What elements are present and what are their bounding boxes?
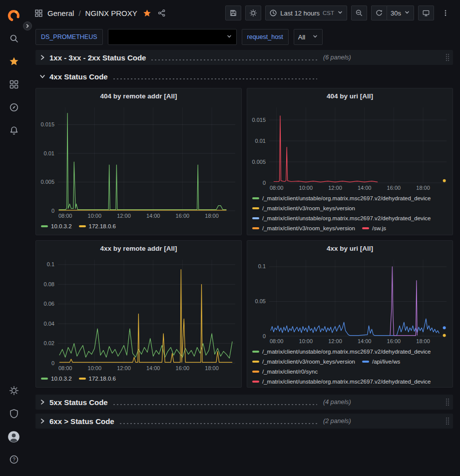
chevron-right-icon bbox=[25, 23, 30, 28]
legend-item[interactable]: /api/live/ws bbox=[362, 357, 400, 366]
row-title: 4xx Status Code bbox=[49, 72, 108, 81]
legend-label: /_matrix/client/r0/sync bbox=[262, 367, 318, 376]
legend-item[interactable]: 172.18.0.6 bbox=[79, 374, 116, 383]
timeseries-chart[interactable]: 00.020.040.060.080.108:0010:0012:0014:00… bbox=[36, 256, 241, 372]
sidebar-item-configuration[interactable] bbox=[0, 379, 27, 402]
star-filled-icon bbox=[143, 9, 151, 17]
legend-swatch bbox=[252, 361, 259, 363]
sidebar-item-server-admin[interactable] bbox=[0, 402, 27, 425]
dashboard-settings-button[interactable] bbox=[245, 5, 261, 20]
sidebar-item-alerting[interactable] bbox=[0, 119, 27, 142]
legend-swatch bbox=[252, 217, 259, 219]
legend-item[interactable]: /_matrix/client/unstable/org.matrix.msc2… bbox=[252, 377, 431, 386]
panel-legend: /_matrix/client/unstable/org.matrix.msc2… bbox=[247, 192, 453, 235]
panel-404-by-remote-addr: 404 by remote addr [All] 00.0050.010.015… bbox=[35, 88, 242, 235]
svg-text:14:00: 14:00 bbox=[358, 185, 372, 191]
row-header-1xx-3xx-2xx[interactable]: 1xx - 3xx - 2xx Status Code (6 panels) bbox=[35, 50, 453, 65]
row-title: 1xx - 3xx - 2xx Status Code bbox=[49, 53, 146, 62]
row-header-4xx[interactable]: 4xx Status Code bbox=[35, 69, 453, 84]
time-range-picker[interactable]: Last 12 hours CST bbox=[265, 5, 347, 20]
breadcrumb-dashboard[interactable]: NGINX PROXY bbox=[85, 9, 137, 17]
row-header-6xx[interactable]: 6xx > Status Code (2 panels) bbox=[35, 414, 453, 429]
timeseries-chart[interactable]: 00.0050.010.01508:0010:0012:0014:0016:00… bbox=[247, 103, 453, 192]
sidebar-item-profile[interactable] bbox=[0, 425, 27, 448]
svg-text:16:00: 16:00 bbox=[387, 185, 401, 191]
datasource-select[interactable] bbox=[108, 29, 237, 45]
svg-text:0.005: 0.005 bbox=[40, 179, 54, 185]
more-options-button[interactable] bbox=[438, 5, 453, 20]
request-host-select-value: All bbox=[298, 33, 305, 41]
zoom-out-icon bbox=[355, 9, 363, 17]
legend-item[interactable]: /_matrix/client/r0/sync bbox=[252, 367, 318, 376]
chevron-down-icon bbox=[39, 73, 45, 79]
legend-item[interactable]: /_matrix/client/v3/room_keys/version bbox=[252, 357, 355, 366]
apps-grid-icon bbox=[9, 79, 19, 89]
sidebar-item-explore[interactable] bbox=[0, 96, 27, 119]
favorite-star-button[interactable] bbox=[142, 8, 152, 18]
legend-label: /_matrix/client/unstable/org.matrix.msc2… bbox=[262, 347, 431, 356]
legend-item[interactable]: 10.0.3.2 bbox=[41, 374, 72, 383]
row-title: 5xx Status Code bbox=[49, 398, 108, 407]
gear-icon bbox=[9, 386, 19, 396]
svg-text:0.02: 0.02 bbox=[44, 340, 54, 346]
clock-icon bbox=[269, 9, 277, 17]
timeseries-chart[interactable]: 00.050.108:0010:0012:0014:0016:0018:00 bbox=[247, 256, 453, 345]
zoom-out-button[interactable] bbox=[351, 5, 367, 20]
svg-text:10:00: 10:00 bbox=[299, 185, 313, 191]
sidebar-item-help[interactable]: ? bbox=[0, 448, 27, 471]
time-range-label: Last 12 hours bbox=[280, 9, 320, 17]
breadcrumb-folder[interactable]: General bbox=[47, 9, 74, 17]
request-host-variable-label[interactable]: request_host bbox=[242, 29, 289, 45]
refresh-button[interactable] bbox=[371, 5, 387, 20]
legend-swatch bbox=[79, 378, 86, 380]
legend-label: /_matrix/client/unstable/org.matrix.msc2… bbox=[262, 194, 431, 203]
legend-label: /api/live/ws bbox=[372, 357, 400, 366]
panel-legend: 10.0.3.2172.18.0.6 bbox=[36, 372, 241, 387]
chart-svg[interactable]: 00.020.040.060.080.108:0010:0012:0014:00… bbox=[36, 256, 241, 372]
legend-item[interactable]: /_matrix/client/v3/room_keys/version bbox=[252, 204, 355, 213]
request-host-select[interactable]: All bbox=[294, 29, 323, 45]
chevron-down-icon bbox=[404, 9, 410, 17]
sidebar-item-starred[interactable] bbox=[0, 50, 27, 73]
svg-text:18:00: 18:00 bbox=[416, 185, 430, 191]
dotted-leader bbox=[150, 59, 317, 61]
row-drag-handle[interactable] bbox=[445, 53, 450, 62]
panel-title[interactable]: 4xx by uri [All] bbox=[247, 241, 453, 256]
legend-swatch bbox=[41, 225, 48, 227]
avatar bbox=[7, 431, 20, 443]
row-header-5xx[interactable]: 5xx Status Code (4 panels) bbox=[35, 395, 453, 410]
legend-item[interactable]: /_matrix/client/unstable/org.matrix.msc2… bbox=[252, 194, 431, 203]
row-panel-count: (4 panels) bbox=[323, 399, 351, 406]
legend-label: /_matrix/client/unstable/org.matrix.msc2… bbox=[262, 214, 431, 223]
sidebar-expand-button[interactable] bbox=[23, 21, 32, 30]
legend-item[interactable]: /_matrix/client/unstable/org.matrix.msc2… bbox=[252, 214, 431, 223]
sidebar-item-dashboards[interactable] bbox=[0, 73, 27, 96]
legend-item[interactable]: /sw.js bbox=[362, 224, 386, 233]
refresh-interval-picker[interactable]: 30s bbox=[387, 5, 414, 20]
dashboard-header: General / NGINX PROXY bbox=[27, 0, 460, 26]
legend-item[interactable]: /_matrix/client/unstable/org.matrix.msc2… bbox=[252, 347, 431, 356]
svg-text:0.01: 0.01 bbox=[255, 138, 266, 144]
apps-icon bbox=[34, 9, 43, 17]
timeseries-chart[interactable]: 00.0050.010.01508:0010:0012:0014:0016:00… bbox=[36, 103, 241, 220]
panel-title[interactable]: 404 by remote addr [All] bbox=[36, 88, 241, 103]
datasource-variable-label[interactable]: DS_PROMETHEUS bbox=[35, 29, 103, 45]
sidebar-item-search[interactable] bbox=[0, 27, 27, 50]
chevron-down-icon bbox=[312, 33, 318, 41]
chart-svg[interactable]: 00.050.108:0010:0012:0014:0016:0018:00 bbox=[247, 256, 453, 345]
chart-svg[interactable]: 00.0050.010.01508:0010:0012:0014:0016:00… bbox=[247, 103, 453, 192]
share-button[interactable] bbox=[157, 8, 167, 18]
row-drag-handle[interactable] bbox=[445, 417, 450, 426]
panel-title[interactable]: 4xx by remote addr [All] bbox=[36, 241, 241, 256]
tv-mode-button[interactable] bbox=[418, 5, 434, 20]
legend-item[interactable]: 172.18.0.6 bbox=[79, 222, 116, 231]
svg-text:18:00: 18:00 bbox=[205, 213, 219, 219]
legend-item[interactable]: 10.0.3.2 bbox=[41, 222, 72, 231]
legend-item[interactable]: /_matrix/client/v3/room_keys/version bbox=[252, 224, 355, 233]
chart-svg[interactable]: 00.0050.010.01508:0010:0012:0014:0016:00… bbox=[36, 103, 241, 220]
row-panel-count: (2 panels) bbox=[323, 418, 351, 425]
panel-title[interactable]: 404 by uri [All] bbox=[247, 88, 453, 103]
save-dashboard-button[interactable] bbox=[225, 5, 241, 20]
row-drag-handle[interactable] bbox=[445, 398, 450, 407]
svg-text:12:00: 12:00 bbox=[328, 338, 342, 344]
